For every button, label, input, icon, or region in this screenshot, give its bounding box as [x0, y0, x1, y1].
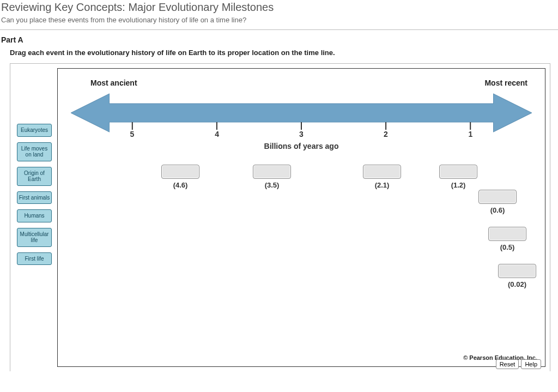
tick-labels: 5 4 3 2 1: [71, 130, 532, 142]
drop-value-1-2: (1.2): [451, 181, 466, 189]
drop-target-0-02[interactable]: [498, 264, 536, 278]
drag-item-first-animals[interactable]: First animals: [17, 191, 52, 204]
drag-item-humans[interactable]: Humans: [17, 209, 52, 222]
tick-5: 5: [130, 130, 135, 138]
tick-2: 2: [384, 130, 388, 138]
tick-4: 4: [215, 130, 219, 138]
drag-item-multicellular-life[interactable]: Multicellular life: [17, 228, 52, 247]
drop-target-1-2[interactable]: [439, 165, 477, 179]
drag-item-origin-of-earth[interactable]: Origin of Earth: [17, 167, 52, 186]
help-button[interactable]: Help: [521, 359, 541, 369]
diagram-canvas: Most ancient Most recent 5 4 3 2 1: [57, 68, 545, 367]
drop-target-4-6[interactable]: [161, 165, 199, 179]
drop-target-3-5[interactable]: [253, 165, 291, 179]
drop-value-0-02: (0.02): [508, 280, 526, 288]
drag-item-first-life[interactable]: First life: [17, 252, 52, 266]
drag-item-eukaryotes[interactable]: Eukaryotes: [17, 124, 52, 137]
tick-1: 1: [469, 130, 473, 138]
button-row: Reset Help: [496, 359, 541, 369]
page-root: Reviewing Key Concepts: Major Evolutiona…: [0, 0, 558, 392]
instruction-text: Drag each event in the evolutionary hist…: [0, 49, 558, 63]
tick-3: 3: [299, 130, 304, 138]
axis-title: Billions of years ago: [58, 142, 545, 150]
drag-item-life-moves-on-land[interactable]: Life moves on land: [17, 142, 52, 161]
drop-value-0-5: (0.5): [500, 243, 515, 251]
part-label: Part A: [0, 35, 558, 49]
drop-target-2-1[interactable]: [363, 165, 401, 179]
divider: [0, 29, 558, 30]
page-subtitle: Can you place these events from the evol…: [0, 15, 558, 29]
timeline-arrow: [71, 92, 532, 134]
drop-value-0-6: (0.6): [490, 206, 505, 214]
drag-bank: Eukaryotes Life moves on land Origin of …: [17, 124, 52, 265]
activity-container: Eukaryotes Life moves on land Origin of …: [10, 63, 550, 371]
label-most-ancient: Most ancient: [90, 79, 137, 87]
drop-value-2-1: (2.1): [375, 181, 390, 189]
drop-value-4-6: (4.6): [173, 181, 188, 189]
page-title: Reviewing Key Concepts: Major Evolutiona…: [0, 0, 558, 15]
label-most-recent: Most recent: [484, 79, 527, 87]
drop-value-3-5: (3.5): [265, 181, 280, 189]
drop-target-0-5[interactable]: [488, 227, 526, 241]
reset-button[interactable]: Reset: [496, 359, 519, 369]
drop-target-0-6[interactable]: [478, 190, 517, 204]
